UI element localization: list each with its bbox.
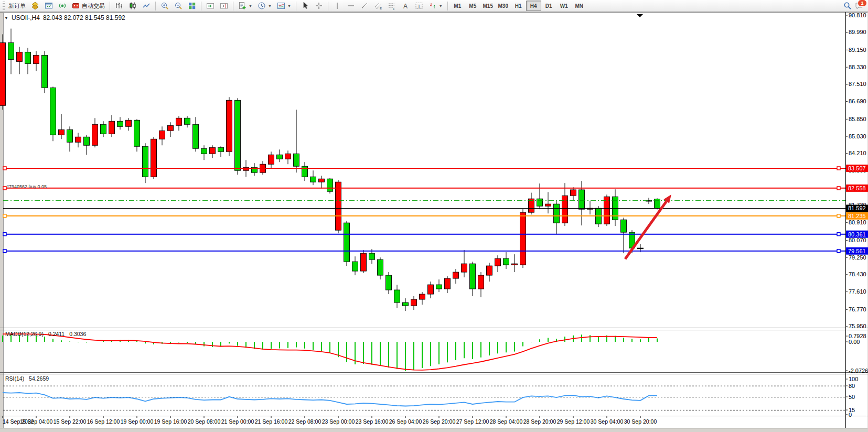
tab-timeframe-h4[interactable]: H4 [526, 1, 541, 11]
symbol-dropdown-icon[interactable]: ▼ [4, 16, 8, 20]
candle [126, 120, 132, 126]
auto-scroll-button[interactable] [203, 0, 217, 12]
line-handle[interactable] [3, 214, 6, 218]
candle [193, 124, 199, 148]
svg-text:79.250: 79.250 [849, 254, 866, 261]
candle [42, 55, 48, 88]
candle [218, 147, 224, 152]
macd-axis-label: -2.0726 [849, 368, 868, 374]
candle [34, 55, 39, 63]
time-axis-label: 15 Sep 22:00 [53, 418, 87, 425]
tab-timeframe-m1[interactable]: M1 [450, 1, 465, 11]
bar-chart-mode-button[interactable] [112, 0, 126, 12]
line-handle[interactable] [3, 250, 6, 253]
svg-text:85.030: 85.030 [849, 133, 866, 139]
line-handle[interactable] [837, 233, 840, 236]
svg-text:85.850: 85.850 [849, 116, 866, 122]
line-handle[interactable] [837, 167, 840, 170]
autotrading-button[interactable]: 自动交易 [69, 0, 108, 12]
candle [84, 137, 90, 145]
tab-timeframe-m15[interactable]: M15 [480, 1, 496, 11]
new-chart-window-button[interactable] [42, 0, 56, 12]
tile-windows-button[interactable] [185, 0, 199, 12]
auto-scroll-icon [206, 2, 215, 10]
price-badge-text: 80.361 [848, 231, 866, 237]
candle [453, 272, 459, 278]
fibonacci-tool-button[interactable]: F [385, 0, 399, 12]
candle [277, 155, 283, 159]
time-axis-label: 28 Sep 04:00 [490, 418, 523, 425]
candle [176, 118, 182, 125]
arrows-tool-button[interactable]: ▼ [426, 0, 445, 12]
tab-timeframe-h1[interactable]: H1 [511, 1, 526, 11]
tab-timeframe-mn[interactable]: MN [572, 1, 587, 11]
bar-chart-icon [115, 2, 123, 10]
candle [0, 42, 6, 105]
horizontal-line-icon [347, 2, 355, 10]
candle [185, 118, 190, 124]
new-order-button[interactable]: 新订单 [6, 0, 28, 12]
price-badge-text: 83.507 [848, 165, 866, 171]
trendline-tool-button[interactable] [358, 0, 371, 12]
clock-icon [258, 2, 266, 10]
timeframe-switcher: M1M5M15M30H1H4D1W1MN [450, 1, 587, 11]
candle [462, 264, 467, 272]
candle [445, 278, 451, 289]
candle [529, 199, 534, 212]
line-handle[interactable] [837, 187, 840, 190]
line-handle[interactable] [837, 250, 840, 253]
signals-button[interactable] [56, 0, 69, 12]
tab-timeframe-w1[interactable]: W1 [556, 1, 572, 11]
rsi-axis-label: 100 [849, 376, 858, 382]
candle [420, 294, 425, 299]
zoom-in-button[interactable] [158, 0, 172, 12]
equidistant-channel-tool-button[interactable]: E [371, 0, 385, 12]
time-axis-label: 23 Sep 16:00 [356, 418, 389, 425]
toolbar-grip [3, 2, 5, 10]
candle [579, 190, 585, 209]
price-badge-text: 79.561 [848, 248, 866, 254]
vertical-line-tool-button[interactable] [330, 0, 344, 12]
svg-text:87.510: 87.510 [849, 81, 866, 87]
tab-timeframe-d1[interactable]: D1 [541, 1, 556, 11]
text-tool-button[interactable]: A [399, 0, 412, 12]
time-axis-label: 30 Sep 20:00 [624, 418, 657, 425]
period-button[interactable]: ▼ [255, 0, 274, 12]
chart-area[interactable]: 90.81089.99089.15088.33087.51086.69085.8… [0, 0, 868, 432]
chart-shift-button[interactable] [217, 0, 231, 12]
tab-timeframe-m5[interactable]: M5 [465, 1, 480, 11]
notifications-button[interactable]: 1 [855, 2, 863, 10]
zoom-out-button[interactable] [172, 0, 185, 12]
line-chart-mode-button[interactable] [140, 0, 153, 12]
line-handle[interactable] [837, 214, 840, 218]
charts-stack-button[interactable] [28, 0, 42, 12]
horizontal-line-tool-button[interactable] [344, 0, 358, 12]
candle [487, 266, 492, 275]
text-icon: A [401, 2, 410, 10]
svg-text:78.430: 78.430 [849, 271, 866, 277]
candle [394, 290, 400, 303]
candlestick-mode-button[interactable] [126, 0, 140, 12]
candle [537, 199, 543, 206]
chart-shift-icon [220, 2, 228, 10]
time-axis-label: 27 Sep 12:00 [456, 418, 489, 425]
text-label-tool-button[interactable]: T [412, 0, 426, 12]
candle [495, 258, 501, 266]
search-icon[interactable] [843, 2, 852, 10]
crosshair-tool-button[interactable] [312, 0, 326, 12]
cursor-tool-button[interactable] [298, 0, 312, 12]
time-axis-label: 22 Sep 08:00 [288, 418, 322, 425]
add-indicator-button[interactable]: ▼ [235, 0, 255, 12]
candle [168, 125, 174, 131]
template-button[interactable]: ▼ [274, 0, 294, 12]
dropdown-caret: ▼ [268, 4, 272, 8]
tab-timeframe-m30[interactable]: M30 [496, 1, 511, 11]
line-chart-icon [142, 2, 151, 10]
rsi-axis-label: 80 [849, 383, 855, 389]
vertical-line-icon [333, 2, 341, 10]
candle [638, 248, 644, 249]
line-handle[interactable] [3, 167, 6, 170]
signals-icon [58, 2, 67, 10]
line-handle[interactable] [3, 233, 6, 236]
candle [201, 148, 207, 154]
